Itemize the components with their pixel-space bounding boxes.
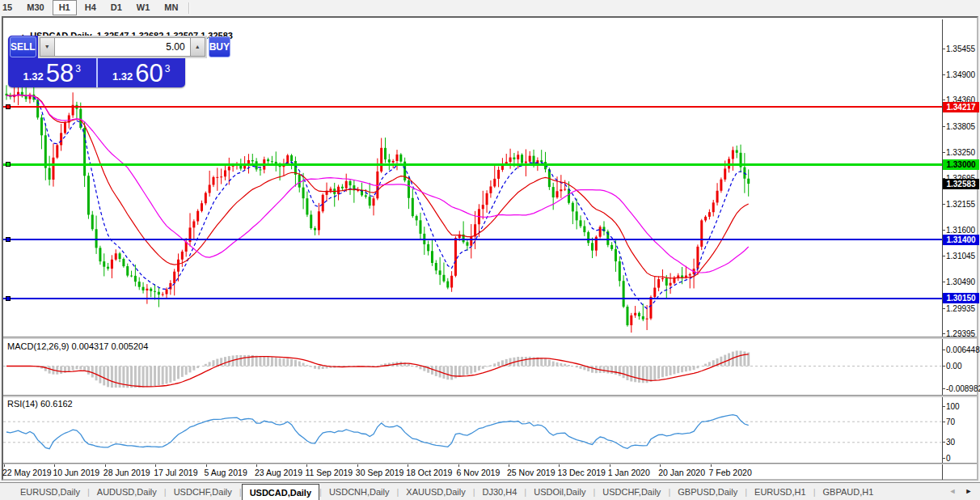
line-handle[interactable] — [6, 104, 11, 109]
rsi-name: RSI(14) — [7, 399, 38, 409]
price-tick-label[interactable]: 1.29935 — [946, 303, 980, 314]
date-label[interactable]: 18 Oct 2019 — [406, 468, 452, 477]
candle-body — [154, 291, 156, 292]
tab-usdchf-daily[interactable]: USDCHF,Daily — [167, 484, 239, 500]
tab-scroll-left-icon[interactable]: ◄ — [946, 483, 959, 500]
macd-pane-separator[interactable] — [3, 337, 977, 339]
candle-body — [399, 155, 402, 162]
date-label[interactable]: 1 Jan 2020 — [608, 468, 650, 477]
candle-body — [529, 156, 531, 162]
line-price-flag: 1.33000 — [943, 159, 979, 170]
sell-button[interactable]: SELL — [10, 36, 36, 57]
rsi-line — [6, 415, 749, 449]
timeframe-button-h4[interactable]: H4 — [78, 0, 103, 15]
tab-usdcnh-daily[interactable]: USDCNH,Daily — [322, 484, 397, 500]
tab-scroll-right-icon[interactable]: ► — [962, 483, 975, 500]
candle-body — [509, 158, 512, 163]
lot-decrease-button[interactable]: ▼ — [40, 37, 55, 57]
price-tick-label[interactable]: 1.31045 — [946, 251, 980, 261]
date-label[interactable]: 23 Aug 2019 — [255, 468, 302, 477]
timeframe-button-15[interactable]: 15 — [1, 0, 19, 15]
candle-body — [329, 189, 332, 190]
candle-body — [181, 252, 184, 260]
horizontal-level-line[interactable] — [3, 106, 942, 108]
horizontal-level-line[interactable] — [3, 163, 942, 166]
tab-gbpaud-h1[interactable]: GBPAUD,H1 — [816, 484, 881, 500]
candle-body — [416, 216, 418, 220]
date-label[interactable]: 10 Jun 2019 — [53, 468, 99, 477]
line-handle[interactable] — [6, 162, 11, 167]
rsi-axis-label[interactable]: 100 — [946, 401, 980, 412]
candle-body — [369, 197, 371, 206]
date-label[interactable]: 28 Jun 2019 — [103, 468, 150, 477]
date-label[interactable]: 17 Jul 2019 — [154, 468, 197, 477]
candle-body — [568, 189, 570, 203]
date-label[interactable]: 5 Aug 2019 — [205, 468, 247, 477]
price-tick-label[interactable]: 1.33250 — [946, 147, 980, 158]
candle-body — [119, 253, 121, 259]
tab-usdoil-daily[interactable]: USDOil,Daily — [526, 484, 593, 500]
price-axis-border — [942, 19, 943, 480]
candle-body — [556, 191, 559, 197]
date-label[interactable]: 7 Feb 2020 — [709, 468, 752, 477]
candle-body — [192, 222, 195, 228]
date-label[interactable]: 11 Sep 2019 — [305, 468, 353, 477]
rsi-axis-label[interactable]: 30 — [946, 437, 980, 447]
horizontal-level-line[interactable] — [3, 239, 942, 240]
timeframe-button-d1[interactable]: D1 — [104, 0, 129, 15]
macd-axis-label[interactable]: 0.00 — [946, 361, 980, 371]
timeframe-button-m30[interactable]: M30 — [20, 0, 50, 15]
buy-price-display[interactable]: 1.32 60 3 — [96, 58, 186, 87]
timeframe-button-mn[interactable]: MN — [158, 0, 184, 15]
macd-axis-label[interactable]: 0.006448 — [946, 345, 980, 355]
date-label[interactable]: 22 May 2019 — [2, 468, 52, 477]
tab-eurusd-daily[interactable]: EURUSD,Daily — [13, 484, 87, 500]
tab-dj30-h4[interactable]: DJ30,H4 — [475, 484, 525, 500]
rsi-axis-label[interactable]: 70 — [946, 417, 980, 427]
timeframe-button-w1[interactable]: W1 — [130, 0, 157, 15]
candle-body — [228, 167, 230, 171]
line-handle[interactable] — [6, 296, 11, 301]
sell-price-display[interactable]: 1.32 58 3 — [8, 58, 96, 87]
candle-body — [122, 259, 125, 266]
timeframe-button-h1[interactable]: H1 — [53, 0, 77, 15]
lot-increase-button[interactable]: ▲ — [190, 37, 205, 57]
rsi-chart[interactable] — [3, 397, 942, 463]
price-tick-label[interactable]: 1.35455 — [946, 44, 980, 54]
date-label[interactable]: 6 Nov 2019 — [457, 468, 501, 477]
candle-body — [392, 161, 395, 163]
candle-body — [52, 158, 54, 180]
tab-usdcad-daily[interactable]: USDCAD,Daily — [242, 484, 319, 500]
candle-body — [142, 287, 145, 290]
rsi-pane-separator[interactable] — [3, 395, 977, 397]
tab-xauusd-daily[interactable]: XAUUSD,Daily — [399, 484, 472, 500]
date-label[interactable]: 13 Dec 2019 — [557, 468, 606, 477]
tab-usdchf-daily[interactable]: USDCHF,Daily — [595, 484, 668, 500]
date-label[interactable]: 25 Nov 2019 — [507, 468, 555, 477]
price-tick-label[interactable]: 1.32155 — [946, 199, 980, 210]
date-tick — [559, 464, 560, 467]
price-tick-label[interactable]: 1.30490 — [946, 277, 980, 287]
horizontal-level-line[interactable] — [3, 298, 942, 299]
candle-body — [677, 275, 679, 277]
candle-body — [626, 307, 628, 325]
tab-audusd-daily[interactable]: AUDUSD,Daily — [90, 484, 164, 500]
lot-size-input[interactable] — [55, 37, 190, 57]
candle-body — [310, 214, 312, 228]
date-tick — [509, 464, 509, 467]
price-tick-label[interactable]: 1.34900 — [946, 70, 980, 80]
macd-axis-label[interactable]: -0.008982 — [946, 383, 980, 394]
price-tick-label[interactable]: 1.33805 — [946, 121, 980, 132]
rsi-axis-label[interactable]: 0 — [946, 453, 980, 464]
candle-body — [497, 170, 500, 179]
tab-eurusd-h1[interactable]: EURUSD,H1 — [747, 484, 813, 500]
tab-gbpusd-daily[interactable]: GBPUSD,Daily — [670, 484, 745, 500]
candle-body — [689, 274, 691, 276]
candle-body — [431, 251, 433, 263]
date-tick — [4, 464, 5, 467]
date-label[interactable]: 20 Jan 2020 — [658, 468, 705, 477]
date-label[interactable]: 30 Sep 2019 — [356, 468, 404, 477]
candle-body — [306, 198, 308, 214]
buy-button[interactable]: BUY — [209, 36, 230, 57]
line-handle[interactable] — [6, 237, 11, 242]
